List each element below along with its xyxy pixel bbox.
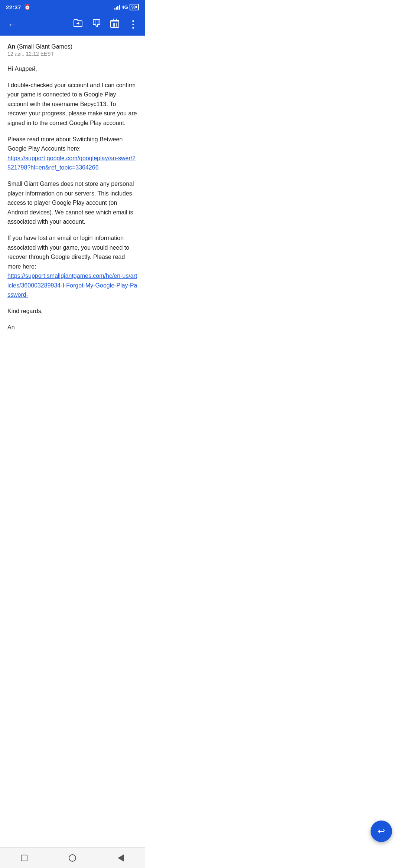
email-body: Hi Андрей, I double-checked your account… xyxy=(7,64,137,332)
battery-icon: 90 xyxy=(130,4,139,10)
email-content: An (Small Giant Games) 12 авг., 12:12 EE… xyxy=(0,36,145,369)
email-header: An (Small Giant Games) 12 авг., 12:12 EE… xyxy=(7,43,137,57)
sender-info: An (Small Giant Games) xyxy=(7,43,137,50)
email-paragraph-2: Please read more about Switching Between… xyxy=(7,135,137,172)
thumbs-down-icon[interactable] xyxy=(92,19,101,30)
email-greeting: Hi Андрей, xyxy=(7,64,137,74)
alarm-icon: ⏰ xyxy=(24,4,30,10)
email-signature: An xyxy=(7,323,137,332)
sender-company: (Small Giant Games) xyxy=(17,43,72,50)
delete-icon[interactable] xyxy=(110,19,119,30)
back-button[interactable]: ← xyxy=(7,19,17,30)
status-time: 22:37 xyxy=(6,4,21,10)
email-closing: Kind regards, xyxy=(7,306,137,316)
small-giant-link[interactable]: https://support.smallgiantgames.com/hc/e… xyxy=(7,273,137,298)
network-type: 4G xyxy=(121,4,128,10)
email-paragraph-4: If you have lost an email or login infor… xyxy=(7,233,137,300)
signal-icon xyxy=(114,4,120,10)
sender-name: An xyxy=(7,43,15,50)
status-bar: 22:37 ⏰ 4G 90 xyxy=(0,0,145,13)
email-date: 12 авг., 12:12 EEST xyxy=(7,51,137,57)
email-paragraph-3: Small Giant Games does not store any per… xyxy=(7,179,137,227)
google-play-link[interactable]: https://support.google.com/googleplay/an… xyxy=(7,155,136,171)
move-to-icon[interactable] xyxy=(73,19,83,30)
more-options-icon[interactable]: ⋮ xyxy=(128,19,137,30)
email-paragraph-1: I double-checked your account and I can … xyxy=(7,80,137,128)
status-icons: 4G 90 xyxy=(114,4,139,10)
svg-rect-0 xyxy=(93,20,95,24)
paragraph-2-text: Please read more about Switching Between… xyxy=(7,136,123,152)
paragraph-4-text: If you have lost an email or login infor… xyxy=(7,235,129,270)
navigation-bar: ← xyxy=(0,13,145,36)
